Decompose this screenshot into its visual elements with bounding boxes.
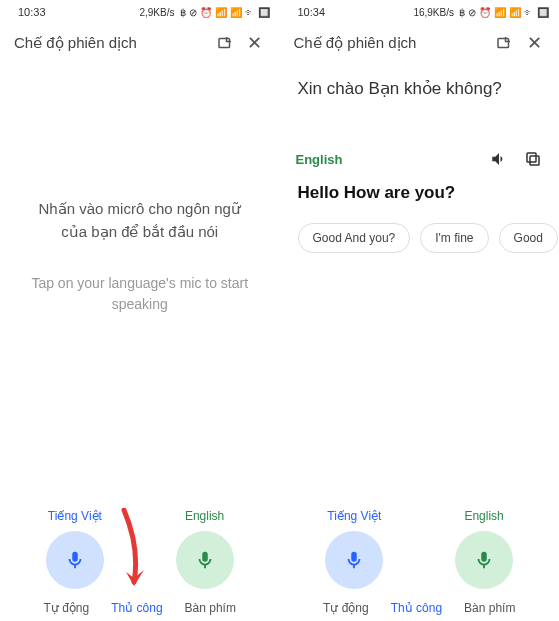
svg-rect-2	[530, 156, 539, 165]
dnd-icon: ⊘	[468, 7, 476, 18]
phone-right: 10:34 16,9KB/s ฿ ⊘ ⏰ 📶 📶 ᯤ 🔲 Chế độ phiê…	[280, 0, 560, 621]
mic-icon	[64, 549, 86, 571]
svg-rect-3	[527, 153, 536, 162]
signal-icon: 📶	[494, 7, 506, 18]
tab-manual[interactable]: Thủ công	[391, 601, 442, 615]
speaker-icon[interactable]	[489, 149, 509, 169]
mode-tabs: Tự động Thủ công Bàn phím	[0, 601, 280, 615]
wifi-icon: ᯤ	[524, 7, 534, 18]
bottom-controls: Tiếng Việt English Tự động Thủ công Bàn …	[280, 509, 560, 621]
prompt-area: Nhấn vào micrô cho ngôn ngữ của bạn để b…	[0, 4, 280, 509]
bottom-controls: Tiếng Việt English Tự động Thủ công Bàn …	[0, 509, 280, 621]
mic-col-target: English	[160, 509, 250, 589]
mic-button-source[interactable]	[46, 531, 104, 589]
mic-row: Tiếng Việt English	[0, 509, 280, 589]
tab-manual[interactable]: Thủ công	[111, 601, 162, 615]
mic-button-source[interactable]	[325, 531, 383, 589]
suggestion-chip[interactable]: Good	[499, 223, 558, 253]
status-speed: 16,9KB/s	[413, 7, 454, 18]
signal-icon: 📶	[509, 7, 521, 18]
suggestion-chip[interactable]: I'm fine	[420, 223, 488, 253]
battery-icon: 🔲	[537, 7, 549, 18]
prompt-text-en: Tap on your language's mic to start spea…	[24, 273, 256, 315]
status-time: 10:34	[298, 6, 326, 18]
app-header: Chế độ phiên dịch ✕	[280, 20, 560, 64]
mic-row: Tiếng Việt English	[280, 509, 560, 589]
tab-keyboard[interactable]: Bàn phím	[464, 601, 515, 615]
target-lang-label: English	[296, 152, 476, 167]
phone-left: 10:33 2,9KB/s ฿ ⊘ ⏰ 📶 📶 ᯤ 🔲 Chế độ phiên…	[0, 0, 280, 621]
mic-col-source: Tiếng Việt	[30, 509, 120, 589]
mic-button-target[interactable]	[455, 531, 513, 589]
source-text: Xin chào Bạn khỏe không?	[296, 78, 544, 99]
translation-area: Xin chào Bạn khỏe không? English Hello H…	[280, 64, 560, 253]
mic-icon	[473, 549, 495, 571]
tab-auto[interactable]: Tự động	[323, 601, 369, 615]
mic-button-target[interactable]	[176, 531, 234, 589]
close-icon[interactable]: ✕	[523, 32, 545, 54]
prompt-text-vi: Nhấn vào micrô cho ngôn ngữ của bạn để b…	[24, 198, 256, 243]
mic-col-source: Tiếng Việt	[309, 509, 399, 589]
suggestion-chips: Good And you? I'm fine Good	[296, 223, 544, 253]
mic-lang-target: English	[464, 509, 503, 523]
mode-tabs: Tự động Thủ công Bàn phím	[280, 601, 560, 615]
target-lang-row: English	[296, 149, 544, 169]
copy-icon[interactable]	[523, 149, 543, 169]
pip-icon[interactable]	[493, 32, 515, 54]
mic-lang-source: Tiếng Việt	[48, 509, 102, 523]
svg-rect-1	[498, 39, 509, 48]
alarm-icon: ⏰	[479, 7, 491, 18]
suggestion-chip[interactable]: Good And you?	[298, 223, 411, 253]
mic-icon	[343, 549, 365, 571]
status-bar: 10:34 16,9KB/s ฿ ⊘ ⏰ 📶 📶 ᯤ 🔲	[280, 0, 560, 20]
tab-keyboard[interactable]: Bàn phím	[185, 601, 236, 615]
mic-col-target: English	[439, 509, 529, 589]
status-right: 16,9KB/s ฿ ⊘ ⏰ 📶 📶 ᯤ 🔲	[413, 7, 549, 18]
mic-lang-target: English	[185, 509, 224, 523]
bluetooth-icon: ฿	[459, 7, 465, 18]
target-text: Hello How are you?	[296, 183, 544, 203]
header-title: Chế độ phiên dịch	[294, 34, 486, 52]
mic-lang-source: Tiếng Việt	[327, 509, 381, 523]
mic-icon	[194, 549, 216, 571]
tab-auto[interactable]: Tự động	[44, 601, 90, 615]
